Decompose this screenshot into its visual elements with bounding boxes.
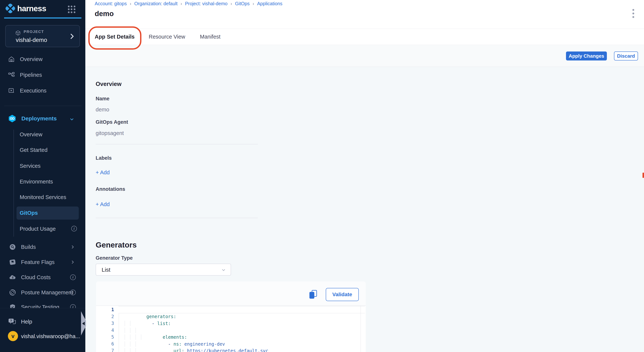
sidebar-item-posture-management[interactable]: Posture Management [9, 289, 73, 296]
annotations-label: Annotations [96, 186, 125, 192]
discard-button[interactable]: Discard [614, 51, 638, 60]
name-label: Name [96, 96, 110, 102]
app-set-details-panel: Overview Name demo GitOps Agent gitopsag… [85, 67, 644, 352]
code-line: url: https://kubernetes.default.svc [119, 334, 268, 341]
gitops-agent-value: gitopsagent [96, 130, 124, 136]
code-line: - ns: engineering-check1 [119, 347, 233, 352]
breadcrumb-account[interactable]: Account: gitops [95, 1, 127, 6]
sidebar-subitem-environments[interactable]: Environments [20, 178, 53, 185]
code-line: elements: [119, 320, 187, 327]
code-line: - list: [119, 313, 171, 320]
generator-type-label: Generator Type [96, 255, 133, 261]
pipelines-icon [8, 71, 15, 78]
breadcrumb-project[interactable]: Project: vishal-demo [185, 1, 228, 6]
sidebar-item-pipelines[interactable]: Pipelines [8, 71, 42, 79]
action-bar: Apply Changes Discard [85, 45, 644, 67]
harness-app: harness PROJECT vishal-demo Overview [0, 0, 644, 352]
code-line: generators: [119, 306, 176, 313]
tab-bar: App Set Details Resource View Manifest [85, 29, 644, 45]
tab-manifest[interactable]: Manifest [200, 29, 220, 45]
breadcrumb: Account: gitops › Organization: default … [95, 1, 282, 6]
logo-accent-bar [4, 17, 82, 18]
feature-flags-icon [9, 259, 16, 266]
code-line: - ns: engineering-prod [119, 341, 228, 348]
line-number: 3 [96, 320, 114, 327]
sidebar-item-cloud-costs[interactable]: $ Cloud Costs [9, 274, 51, 281]
sidebar-item-feature-flags[interactable]: Feature Flags [9, 258, 54, 266]
executions-icon [8, 87, 15, 94]
breadcrumb-organization[interactable]: Organization: default [134, 1, 178, 6]
breadcrumb-separator: › [180, 1, 182, 6]
project-name: vishal-demo [16, 37, 47, 43]
deployments-hexagon-icon [8, 114, 16, 123]
user-email[interactable]: vishal.vishwaroop@ha... [21, 333, 80, 340]
svg-text:?: ? [10, 319, 12, 323]
apply-changes-button[interactable]: Apply Changes [566, 51, 607, 60]
tab-resource-view[interactable]: Resource View [149, 29, 185, 45]
home-icon [8, 56, 15, 63]
line-number: 6 [96, 341, 114, 348]
info-icon: i [71, 226, 77, 231]
sidebar-subitem-product-usage[interactable]: Product Usage [20, 225, 56, 233]
chevron-right-icon[interactable] [70, 260, 75, 265]
breadcrumb-gitops[interactable]: GitOps [235, 1, 250, 6]
section-divider [96, 144, 258, 144]
tab-app-set-details[interactable]: App Set Details [95, 29, 135, 45]
sidebar: harness PROJECT vishal-demo Overview [0, 0, 85, 352]
labels-label: Labels [96, 155, 112, 161]
app-grid-icon[interactable] [68, 5, 76, 13]
svg-text:$: $ [12, 276, 14, 279]
breadcrumb-separator: › [130, 1, 131, 6]
project-label: PROJECT [24, 29, 44, 34]
sidebar-item-executions[interactable]: Executions [8, 87, 46, 94]
generator-type-select[interactable]: List [96, 264, 231, 276]
name-value: demo [96, 107, 109, 113]
copy-icon[interactable] [310, 290, 318, 299]
line-number: 5 [96, 334, 114, 341]
help-chat-icon: ? [8, 318, 16, 325]
line-number: 4 [96, 327, 114, 334]
line-number: 2 [96, 313, 114, 320]
sidebar-subitem-services[interactable]: Services [20, 162, 40, 170]
overview-heading: Overview [96, 81, 122, 87]
cube-icon [15, 30, 21, 36]
builds-icon [9, 243, 16, 251]
generators-heading: Generators [96, 241, 137, 249]
sidebar-item-builds[interactable]: Builds [9, 243, 36, 251]
user-avatar[interactable]: v [8, 331, 18, 341]
project-selector[interactable]: PROJECT vishal-demo [5, 25, 80, 47]
annotation-tick [642, 173, 644, 178]
collapse-left-icon [82, 322, 85, 326]
line-number: 1 [96, 306, 114, 313]
code-line: - ns: engineering-dev [119, 327, 225, 334]
info-icon: i [70, 275, 76, 280]
yaml-code-editor[interactable]: 1 2 3 4 5 6 7 generators: - list: elemen… [96, 306, 366, 352]
chevron-down-icon [221, 267, 226, 273]
harness-logo-icon [5, 3, 16, 14]
chevron-right-icon[interactable] [70, 245, 75, 249]
sidebar-item-overview[interactable]: Overview [8, 55, 42, 63]
yaml-editor-card: Validate 1 2 3 4 5 6 7 generators: - lis… [96, 281, 366, 352]
chevron-right-icon [69, 33, 75, 40]
breadcrumb-applications[interactable]: Applications [257, 1, 282, 6]
kebab-menu-icon[interactable] [631, 8, 635, 19]
sidebar-footer: ? Help [0, 308, 85, 352]
sidebar-subitem-overview[interactable]: Overview [20, 131, 42, 138]
harness-logo-text: harness [17, 4, 46, 13]
info-icon: i [70, 290, 76, 295]
breadcrumb-separator: › [252, 1, 254, 6]
subnav-rail [14, 130, 14, 237]
sidebar-subitem-monitored-services[interactable]: Monitored Services [20, 193, 66, 201]
annotations-add-button[interactable]: + Add [96, 201, 110, 207]
section-divider [96, 218, 258, 218]
validate-button[interactable]: Validate [326, 288, 359, 301]
labels-add-button[interactable]: + Add [96, 170, 110, 176]
sidebar-subitem-gitops[interactable]: GitOps [20, 209, 38, 217]
page-title: demo [95, 10, 114, 18]
breadcrumb-separator: › [230, 1, 232, 6]
sidebar-subitem-get-started[interactable]: Get Started [20, 146, 48, 154]
chevron-down-icon[interactable] [69, 116, 75, 122]
posture-management-icon [9, 289, 16, 296]
sidebar-item-deployments[interactable]: Deployments [8, 115, 79, 122]
help-button[interactable]: ? Help [8, 318, 32, 326]
